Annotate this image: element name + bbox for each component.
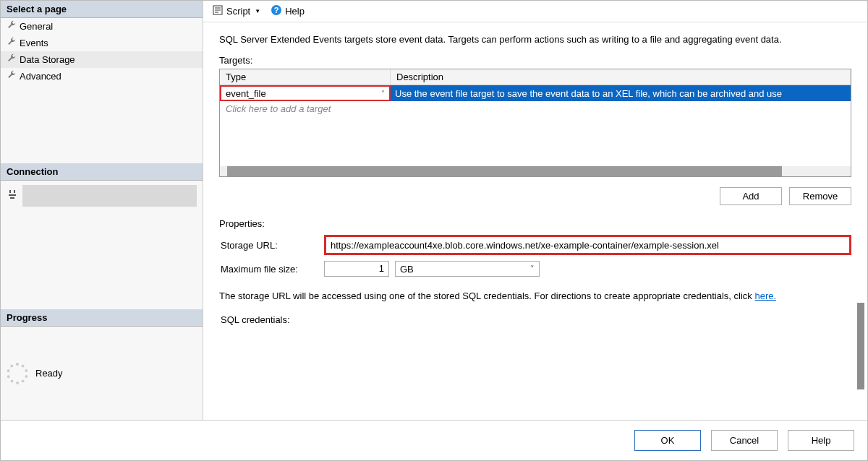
target-description-cell: Use the event file target to save the ev…	[391, 85, 851, 101]
connection-panel	[1, 181, 203, 231]
targets-table-header: Type Description	[220, 69, 851, 85]
storage-url-value: https://exampleaccount4xe.blob.core.wind…	[331, 240, 719, 251]
sql-credentials-row: SQL credentials:	[219, 314, 851, 325]
page-list: General Events Data Storage Advanced	[1, 18, 203, 85]
server-icon	[7, 189, 18, 202]
unit-value: GB	[400, 264, 414, 275]
script-button[interactable]: Script ▼	[209, 3, 263, 20]
properties-grid: Storage URL: https://exampleaccount4xe.b…	[219, 235, 851, 277]
target-type-value: event_file	[226, 88, 266, 99]
chevron-down-icon: ▼	[255, 8, 260, 14]
content-toolbar: Script ▼ ? Help	[203, 1, 867, 22]
note-text: The storage URL will be accessed using o…	[219, 290, 754, 301]
storage-url-row: Storage URL: https://exampleaccount4xe.b…	[219, 235, 851, 255]
sidebar-item-label: General	[20, 21, 53, 32]
max-file-size-row: Maximum file size: 1 GB	[219, 261, 851, 277]
main-area: Select a page General Events Data Storag…	[1, 1, 867, 420]
column-header-type[interactable]: Type	[220, 69, 391, 85]
add-target-placeholder[interactable]: Click here to add a target	[220, 101, 851, 116]
add-button[interactable]: Add	[720, 187, 782, 205]
sidebar: Select a page General Events Data Storag…	[1, 1, 203, 420]
progress-header: Progress	[1, 309, 203, 327]
page-description: SQL Server Extended Events targets store…	[219, 34, 851, 45]
table-row[interactable]: event_file ˅ Use the event file target t…	[220, 85, 851, 101]
vertical-scrollbar[interactable]	[857, 303, 864, 389]
cancel-button[interactable]: Cancel	[711, 430, 778, 451]
sidebar-item-advanced[interactable]: Advanced	[1, 68, 203, 85]
content-area: Script ▼ ? Help SQL Server Extended Even…	[203, 1, 867, 420]
sidebar-item-general[interactable]: General	[1, 18, 203, 35]
credentials-note: The storage URL will be accessed using o…	[219, 290, 851, 303]
dialog-window: Select a page General Events Data Storag…	[0, 0, 868, 461]
storage-url-label: Storage URL:	[219, 240, 324, 251]
targets-label: Targets:	[219, 55, 851, 66]
wrench-icon	[7, 37, 17, 49]
script-label: Script	[226, 6, 250, 17]
chevron-down-icon: ˅	[381, 90, 385, 98]
sidebar-item-data-storage[interactable]: Data Storage	[1, 51, 203, 68]
select-page-header: Select a page	[1, 1, 203, 18]
help-icon: ?	[271, 4, 282, 18]
sidebar-item-label: Data Storage	[20, 54, 75, 65]
sidebar-item-events[interactable]: Events	[1, 35, 203, 51]
properties-label: Properties:	[219, 218, 851, 229]
max-file-size-unit-select[interactable]: GB	[395, 261, 540, 277]
wrench-icon	[7, 53, 17, 66]
column-header-description[interactable]: Description	[391, 69, 851, 85]
progress-panel: Ready	[1, 327, 203, 420]
help-button-footer[interactable]: Help	[788, 430, 854, 451]
help-label: Help	[285, 6, 305, 17]
wrench-icon	[7, 70, 17, 82]
max-file-size-label: Maximum file size:	[219, 264, 324, 275]
help-button[interactable]: ? Help	[268, 3, 307, 20]
connection-header: Connection	[1, 163, 203, 181]
targets-buttons: Add Remove	[219, 187, 851, 205]
target-type-dropdown[interactable]: event_file ˅	[220, 85, 391, 101]
here-link[interactable]: here.	[754, 290, 776, 301]
spinner-icon	[7, 363, 28, 384]
sidebar-item-label: Advanced	[20, 71, 61, 82]
horizontal-scrollbar[interactable]	[220, 166, 851, 176]
max-file-size-input[interactable]: 1	[324, 261, 389, 277]
sql-credentials-label: SQL credentials:	[219, 314, 290, 325]
script-icon	[212, 4, 224, 18]
progress-status: Ready	[35, 368, 63, 379]
scrollbar-thumb[interactable]	[227, 166, 782, 176]
wrench-icon	[7, 20, 17, 33]
dialog-footer: OK Cancel Help	[1, 420, 867, 460]
sidebar-item-label: Events	[20, 38, 48, 48]
remove-button[interactable]: Remove	[789, 187, 851, 205]
content-body: SQL Server Extended Events targets store…	[203, 22, 867, 420]
ok-button[interactable]: OK	[634, 430, 701, 451]
targets-table: Type Description event_file ˅ Use the ev…	[219, 69, 851, 177]
storage-url-input[interactable]: https://exampleaccount4xe.blob.core.wind…	[324, 235, 851, 255]
svg-text:?: ?	[274, 6, 279, 14]
connection-name-box[interactable]	[22, 185, 197, 207]
